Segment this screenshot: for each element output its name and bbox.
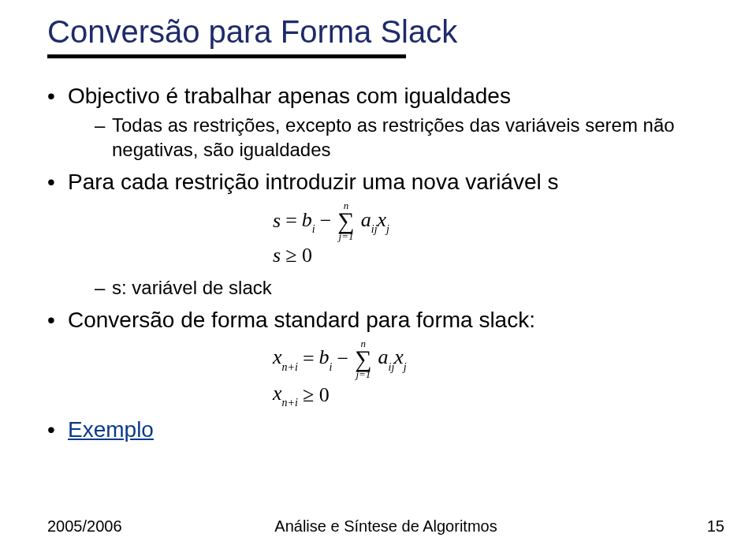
eq-var-b2: b [319, 345, 330, 368]
eq-sub-j: j [386, 223, 389, 235]
eq-ge0-1: ≥ 0 [285, 245, 312, 267]
page-title: Conversão para Forma Slack [47, 14, 724, 50]
eq-minus: − [320, 210, 332, 233]
eq-var-a: a [361, 208, 371, 231]
bullet-list: Objectivo é trabalhar apenas com igualda… [47, 82, 724, 443]
bullet-3-text: Conversão de forma standard para forma s… [68, 308, 535, 332]
eq-equals-2: = [303, 348, 315, 371]
eq-var-x4: x [273, 382, 282, 405]
bullet-3: Conversão de forma standard para forma s… [47, 306, 724, 408]
sum-symbol-1: n ∑ j=1 [337, 200, 354, 241]
eq-sub-ij2: ij [389, 361, 395, 373]
eq2-line2: xn+i ≥ 0 [273, 383, 724, 408]
bullet-2: Para cada restrição introduzir uma nova … [47, 168, 724, 300]
eq1-line1: s = bi − n ∑ j=1 aijxj [273, 200, 724, 241]
sum-bot-j1: j=1 [339, 231, 354, 241]
bullet-2-text: Para cada restrição introduzir uma nova … [68, 170, 559, 194]
bullet-4: Exemplo [47, 416, 724, 443]
eq-equals: = [285, 210, 297, 233]
sigma-icon-2: ∑ [355, 347, 371, 371]
eq-var-a2: a [378, 345, 389, 368]
eq-var-x2: x [273, 345, 282, 368]
eq-sub-ni: n+i [282, 361, 298, 373]
eq-sub-i2: i [330, 361, 333, 373]
sum-symbol-2: n ∑ j=1 [355, 338, 371, 379]
eq2-line1: xn+i = bi − n ∑ j=1 aijxj [273, 338, 724, 379]
bullet-1: Objectivo é trabalhar apenas com igualda… [47, 82, 724, 162]
eq-ge0-2: ≥ 0 [303, 384, 330, 407]
eq-sub-i: i [312, 223, 315, 235]
eq-var-s2: s [273, 245, 281, 267]
footer-bar: 2005/2006 Análise e Síntese de Algoritmo… [47, 517, 724, 536]
eq-minus-2: − [337, 348, 348, 371]
eq-var-b: b [302, 208, 312, 231]
title-underline [47, 54, 406, 58]
bullet-1-text: Objectivo é trabalhar apenas com igualda… [68, 84, 511, 108]
eq1-line2: s ≥ 0 [273, 245, 724, 267]
eq-var-s: s [273, 210, 281, 233]
eq-sub-j2: j [404, 361, 407, 373]
example-link[interactable]: Exemplo [68, 417, 154, 442]
footer-center: Análise e Síntese de Algoritmos [47, 517, 724, 536]
eq-var-x3: x [394, 345, 404, 368]
sigma-icon: ∑ [337, 209, 354, 233]
bullet-1-sub-1: Todas as restrições, excepto as restriçõ… [95, 113, 724, 162]
equation-block-2: xn+i = bi − n ∑ j=1 aijxj [273, 338, 724, 408]
eq-var-x: x [378, 208, 387, 231]
sum-bot-j1-2: j=1 [356, 369, 371, 379]
eq-sub-ij: ij [371, 223, 378, 235]
bullet-2-sub-1: s: variável de slack [95, 275, 724, 300]
equation-block-1: s = bi − n ∑ j=1 aijxj s [273, 200, 724, 267]
eq-sub-ni2: n+i [282, 397, 298, 409]
